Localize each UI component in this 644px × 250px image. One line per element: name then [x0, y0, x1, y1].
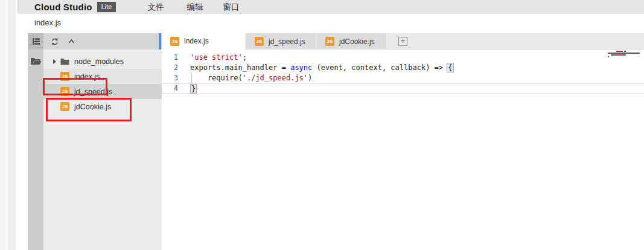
tree-item-index-js[interactable]: JS index.js: [43, 69, 162, 84]
tree-item-label: jd_speed.js: [74, 88, 112, 96]
tree-item-label: jdCookie.js: [74, 103, 111, 111]
tree-view-icon: [31, 37, 40, 46]
tree-item-label: index.js: [74, 72, 100, 81]
tab-label: jd_speed.js: [269, 37, 305, 46]
js-file-icon: JS: [60, 87, 69, 96]
line-number: 2: [162, 63, 178, 73]
tree-item-node-modules[interactable]: node_modules: [43, 54, 162, 69]
menu-item-edit[interactable]: 编辑: [187, 2, 203, 13]
cloud-studio-logo: Cloud Studio: [34, 2, 92, 12]
tab-jd-speed-js[interactable]: JS jd_speed.js: [246, 33, 316, 50]
explorer-header: [43, 33, 162, 50]
tree-item-jdcookie-js[interactable]: JS jdCookie.js: [43, 99, 162, 114]
open-folder-button[interactable]: [28, 53, 43, 69]
code-editor[interactable]: 1 'use strict'; 2 exports.main_handler =…: [162, 50, 644, 250]
explorer-sidebar: node_modules JS index.js JS jd_speed.js …: [43, 33, 162, 250]
activity-rail: [28, 33, 43, 250]
explorer-view-button[interactable]: [28, 33, 43, 50]
code-line-1: 1 'use strict';: [162, 53, 644, 63]
minimap[interactable]: [607, 51, 642, 60]
open-file-title: index.js: [34, 18, 61, 27]
tree-item-jd-speed-js[interactable]: JS jd_speed.js: [43, 84, 162, 99]
left-gutter-strip: [0, 0, 5, 250]
tab-index-js[interactable]: JS index.js: [162, 33, 245, 50]
js-file-icon: JS: [170, 37, 179, 46]
line-number: 4: [162, 84, 178, 93]
left-gutter-strip-2: [7, 0, 16, 250]
indent-guide-line: [191, 73, 192, 83]
chevron-up-icon: [68, 37, 75, 45]
tab-label: index.js: [184, 37, 209, 45]
tab-jdcookie-js[interactable]: JS jdCookie.js: [317, 33, 386, 50]
sidebar-scrollbar[interactable]: [159, 33, 161, 50]
app-menubar: Cloud Studio Lite 文件 编辑 窗口: [17, 0, 644, 14]
plus-icon: +: [398, 37, 407, 46]
code-line-4: 4 }: [162, 83, 644, 94]
breadcrumb-bar: index.js: [17, 14, 644, 33]
folder-icon: [60, 58, 69, 65]
tab-bar: JS index.js JS jd_speed.js JS jdCookie.j…: [162, 33, 644, 50]
menu-item-window[interactable]: 窗口: [223, 2, 239, 13]
tab-label: jdCookie.js: [339, 37, 375, 46]
folder-open-icon: [30, 57, 42, 65]
js-file-icon: JS: [60, 102, 69, 111]
lite-badge: Lite: [97, 2, 116, 12]
tree-item-label: node_modules: [74, 57, 124, 66]
file-tree: node_modules JS index.js JS jd_speed.js …: [43, 50, 162, 114]
js-file-icon: JS: [60, 72, 69, 81]
js-file-icon: JS: [255, 37, 264, 46]
collapse-button[interactable]: [66, 37, 76, 46]
menu-item-file[interactable]: 文件: [147, 2, 164, 13]
code-line-3: 3 require('./jd_speed.js'): [162, 73, 644, 83]
refresh-button[interactable]: [50, 37, 60, 46]
code-line-2: 2 exports.main_handler = async (event, c…: [162, 63, 644, 73]
expand-arrow-icon[interactable]: [53, 59, 56, 64]
refresh-icon: [51, 37, 59, 46]
line-number: 3: [162, 73, 178, 83]
matched-bracket: {: [447, 63, 453, 72]
js-file-icon: JS: [325, 37, 334, 46]
line-number: 1: [162, 53, 178, 63]
matched-bracket: }: [190, 84, 197, 94]
new-tab-button[interactable]: +: [387, 33, 419, 49]
